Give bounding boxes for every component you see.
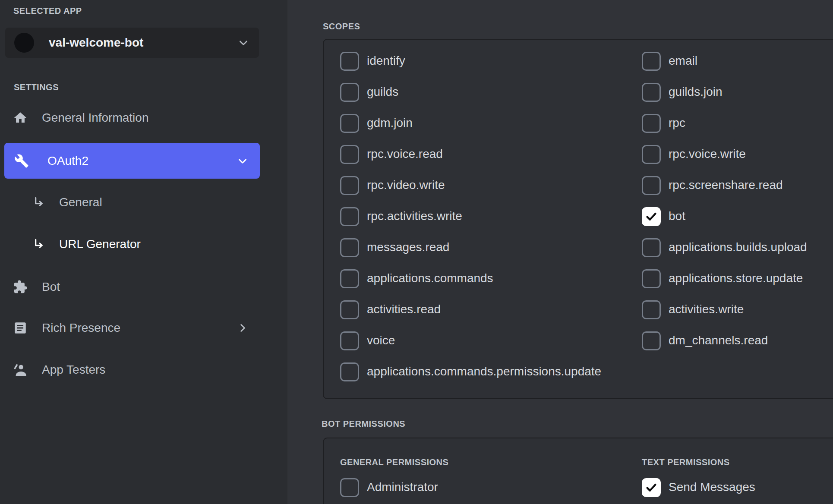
sidebar-item-label: General Information <box>42 112 148 124</box>
chevron-right-icon <box>237 322 248 334</box>
selected-app-label: SELECTED APP <box>13 6 82 15</box>
scope-row-rpc[interactable]: rpc <box>642 114 807 133</box>
scope-label: rpc.voice.write <box>669 148 746 161</box>
scope-label: dm_channels.read <box>669 334 768 347</box>
scope-checkbox[interactable] <box>340 300 359 319</box>
scope-row-activities-read[interactable]: activities.read <box>340 300 601 319</box>
general-permissions-header: GENERAL PERMISSIONS <box>340 458 448 466</box>
scope-label: rpc.screenshare.read <box>669 179 783 192</box>
scope-row-rpc-screenshare-read[interactable]: rpc.screenshare.read <box>642 176 807 195</box>
scope-label: rpc <box>669 117 685 130</box>
app-avatar <box>14 33 34 53</box>
scope-row-applications-store-update[interactable]: applications.store.update <box>642 269 807 288</box>
scope-checkbox[interactable] <box>340 83 359 102</box>
scope-checkbox[interactable] <box>340 269 359 288</box>
scope-checkbox[interactable] <box>642 300 661 319</box>
scope-row-bot[interactable]: bot <box>642 207 807 226</box>
document-icon <box>13 321 28 335</box>
scope-label: activities.write <box>669 303 744 316</box>
permission-checkbox[interactable] <box>340 478 359 497</box>
sidebar-item-label: OAuth2 <box>47 155 88 167</box>
scope-checkbox[interactable] <box>340 238 359 257</box>
scopes-heading: SCOPES <box>323 22 360 31</box>
text-permissions-header: TEXT PERMISSIONS <box>642 458 730 466</box>
scope-checkbox[interactable] <box>340 207 359 226</box>
scope-row-email[interactable]: email <box>642 52 807 71</box>
scope-row-rpc-activities-write[interactable]: rpc.activities.write <box>340 207 601 226</box>
scope-checkbox[interactable] <box>642 145 661 164</box>
scope-row-applications-commands-permissions-update[interactable]: applications.commands.permissions.update <box>340 362 601 381</box>
scope-row-applications-commands[interactable]: applications.commands <box>340 269 601 288</box>
sidebar-item-general-information[interactable]: General Information <box>0 107 287 129</box>
scope-checkbox[interactable] <box>340 52 359 71</box>
bot-permissions-panel: GENERAL PERMISSIONS TEXT PERMISSIONS Adm… <box>323 438 833 504</box>
permission-row-administrator[interactable]: Administrator <box>340 478 438 497</box>
scope-label: identify <box>367 55 405 68</box>
scope-row-messages-read[interactable]: messages.read <box>340 238 601 257</box>
scope-checkbox[interactable] <box>642 114 661 133</box>
scope-checkbox[interactable] <box>340 114 359 133</box>
scope-checkbox[interactable] <box>642 52 661 71</box>
scopes-column-right: email guilds.join rpc rpc.voice.write rp… <box>642 52 807 350</box>
sidebar-item-label: App Testers <box>42 364 105 376</box>
scope-checkbox[interactable] <box>340 331 359 350</box>
scope-label: rpc.video.write <box>367 179 445 192</box>
person-icon <box>13 362 28 377</box>
sidebar-item-rich-presence[interactable]: Rich Presence <box>0 317 287 339</box>
scope-row-rpc-voice-read[interactable]: rpc.voice.read <box>340 145 601 164</box>
chevron-down-icon <box>237 155 248 167</box>
sidebar: SELECTED APP val-welcome-bot SETTINGS Ge… <box>0 0 287 504</box>
scope-label: rpc.voice.read <box>367 148 443 161</box>
scope-row-dm-channels-read[interactable]: dm_channels.read <box>642 331 807 350</box>
scope-label: messages.read <box>367 241 449 254</box>
scope-checkbox[interactable] <box>642 238 661 257</box>
scope-label: applications.commands <box>367 272 493 285</box>
sub-arrow-icon <box>32 237 46 251</box>
scope-row-guilds-join[interactable]: guilds.join <box>642 83 807 102</box>
sidebar-item-bot[interactable]: Bot <box>0 276 287 298</box>
permission-label: Send Messages <box>669 481 755 494</box>
sidebar-item-oauth2-general[interactable]: General <box>0 191 287 214</box>
scope-checkbox[interactable] <box>642 269 661 288</box>
scope-checkbox[interactable] <box>642 207 661 226</box>
scope-row-gdm-join[interactable]: gdm.join <box>340 114 601 133</box>
scope-row-rpc-voice-write[interactable]: rpc.voice.write <box>642 145 807 164</box>
wrench-icon <box>14 154 29 168</box>
scope-checkbox[interactable] <box>340 145 359 164</box>
permission-checkbox[interactable] <box>642 478 661 497</box>
scope-label: email <box>669 55 697 68</box>
permission-row-send-messages[interactable]: Send Messages <box>642 478 755 497</box>
settings-label: SETTINGS <box>14 83 59 91</box>
sidebar-item-url-generator[interactable]: URL Generator <box>0 233 287 255</box>
app-select-dropdown[interactable]: val-welcome-bot <box>5 28 259 58</box>
sidebar-item-label: Bot <box>42 281 60 293</box>
home-icon <box>13 110 28 125</box>
scope-row-rpc-video-write[interactable]: rpc.video.write <box>340 176 601 195</box>
scope-row-identify[interactable]: identify <box>340 52 601 71</box>
scope-label: guilds <box>367 86 398 99</box>
scope-label: gdm.join <box>367 117 413 130</box>
scope-row-guilds[interactable]: guilds <box>340 83 601 102</box>
scope-label: applications.store.update <box>669 272 803 285</box>
sidebar-item-label: Rich Presence <box>42 322 120 334</box>
scope-checkbox[interactable] <box>340 362 359 381</box>
scope-label: applications.builds.upload <box>669 241 807 254</box>
scope-row-applications-builds-upload[interactable]: applications.builds.upload <box>642 238 807 257</box>
scope-label: guilds.join <box>669 86 723 99</box>
scope-checkbox[interactable] <box>642 83 661 102</box>
permission-label: Administrator <box>367 481 438 494</box>
scope-checkbox[interactable] <box>642 176 661 195</box>
scope-row-voice[interactable]: voice <box>340 331 601 350</box>
sidebar-item-app-testers[interactable]: App Testers <box>0 359 287 381</box>
scope-label: bot <box>669 210 685 223</box>
sidebar-item-label: URL Generator <box>59 238 141 250</box>
scope-label: applications.commands.permissions.update <box>367 365 601 378</box>
scope-row-activities-write[interactable]: activities.write <box>642 300 807 319</box>
scope-checkbox[interactable] <box>642 331 661 350</box>
sidebar-item-label: General <box>59 196 102 208</box>
bot-permissions-heading: BOT PERMISSIONS <box>322 419 405 428</box>
sidebar-item-oauth2[interactable]: OAuth2 <box>4 143 260 179</box>
scope-label: rpc.activities.write <box>367 210 462 223</box>
chevron-down-icon <box>238 37 249 48</box>
scope-checkbox[interactable] <box>340 176 359 195</box>
